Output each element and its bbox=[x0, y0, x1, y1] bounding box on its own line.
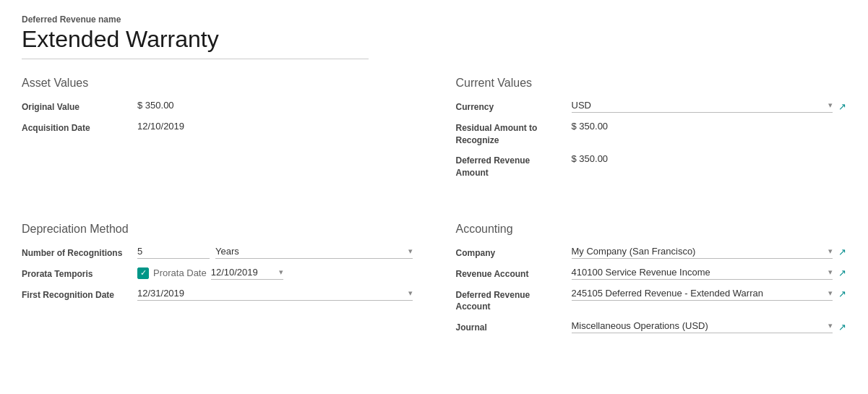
revenue-account-dropdown-icon: ▾ bbox=[828, 267, 833, 277]
asset-values-title: Asset Values bbox=[22, 77, 413, 90]
company-external-link-icon[interactable]: ↗ bbox=[838, 247, 846, 257]
company-value: My Company (San Francisco) bbox=[572, 246, 826, 257]
currency-select[interactable]: USD ▾ bbox=[572, 100, 833, 113]
prorata-checkbox[interactable]: ✓ bbox=[137, 267, 149, 279]
acquisition-date: 12/10/2019 bbox=[137, 121, 413, 132]
deferred-revenue-account-external-link-icon[interactable]: ↗ bbox=[838, 288, 846, 299]
prorata-row: Prorata Temporis ✓ Prorata Date 12/10/20… bbox=[22, 267, 413, 280]
accounting-title: Accounting bbox=[456, 223, 847, 236]
journal-dropdown-icon: ▾ bbox=[828, 321, 833, 330]
original-value: $ 350.00 bbox=[137, 100, 413, 111]
deferred-revenue-account-label: Deferred Revenue Account bbox=[456, 288, 572, 314]
revenue-account-label: Revenue Account bbox=[456, 267, 572, 280]
current-values-title: Current Values bbox=[456, 77, 847, 90]
company-dropdown-icon: ▾ bbox=[828, 247, 833, 256]
acquisition-date-label: Acquisition Date bbox=[22, 121, 137, 134]
company-row: Company My Company (San Francisco) ▾ ↗ bbox=[456, 246, 847, 260]
depreciation-title: Depreciation Method bbox=[22, 223, 413, 236]
company-label: Company bbox=[456, 246, 572, 260]
years-select[interactable]: Years ▾ bbox=[215, 246, 413, 259]
currency-dropdown-icon: ▾ bbox=[828, 100, 833, 110]
years-dropdown-icon: ▾ bbox=[408, 247, 413, 256]
deferred-revenue-account-row: Deferred Revenue Account 245105 Deferred… bbox=[456, 288, 847, 314]
deferred-revenue-row: Deferred Revenue Amount $ 350.00 bbox=[456, 153, 847, 179]
first-recognition-date-select[interactable]: 12/31/2019 ▾ bbox=[137, 288, 413, 301]
journal-label: Journal bbox=[456, 320, 572, 334]
title-divider bbox=[22, 59, 369, 59]
revenue-account-select[interactable]: 410100 Service Revenue Income ▾ bbox=[572, 267, 833, 280]
prorata-date-dropdown-icon: ▾ bbox=[279, 267, 283, 277]
current-values-section: Current Values Currency USD ▾ ↗ Residual… bbox=[456, 77, 847, 194]
revenue-account-external-link-icon[interactable]: ↗ bbox=[838, 267, 846, 278]
recognitions-input[interactable] bbox=[137, 246, 210, 259]
residual-label: Residual Amount to Recognize bbox=[456, 121, 572, 147]
accounting-section: Accounting Company My Company (San Franc… bbox=[456, 215, 847, 341]
original-value-label: Original Value bbox=[22, 100, 137, 114]
journal-external-link-icon[interactable]: ↗ bbox=[838, 322, 846, 333]
revenue-account-value: 410100 Service Revenue Income bbox=[572, 267, 826, 278]
prorata-date-select[interactable]: 12/10/2019 ▾ bbox=[211, 267, 283, 280]
prorata-date-value: 12/10/2019 bbox=[211, 267, 279, 278]
deferred-revenue-label: Deferred Revenue Amount bbox=[456, 153, 572, 179]
page-label: Deferred Revenue name bbox=[22, 14, 846, 25]
recognitions-label: Number of Recognitions bbox=[22, 246, 137, 260]
company-select[interactable]: My Company (San Francisco) ▾ bbox=[572, 246, 833, 259]
currency-external-link-icon[interactable]: ↗ bbox=[838, 101, 846, 112]
currency-label: Currency bbox=[456, 100, 572, 114]
prorata-label: Prorata Temporis bbox=[22, 267, 137, 280]
recognitions-row: Number of Recognitions Years ▾ bbox=[22, 246, 413, 260]
currency-value: USD bbox=[572, 100, 826, 111]
asset-values-section: Asset Values Original Value $ 350.00 Acq… bbox=[22, 77, 413, 194]
first-recognition-date-value: 12/31/2019 bbox=[137, 288, 408, 299]
checkmark-icon: ✓ bbox=[140, 268, 147, 278]
currency-row: Currency USD ▾ ↗ bbox=[456, 100, 847, 114]
depreciation-section: Depreciation Method Number of Recognitio… bbox=[22, 215, 413, 341]
journal-select[interactable]: Miscellaneous Operations (USD) ▾ bbox=[572, 320, 833, 333]
acquisition-date-row: Acquisition Date 12/10/2019 bbox=[22, 121, 413, 134]
first-recognition-label: First Recognition Date bbox=[22, 288, 137, 301]
years-value: Years bbox=[215, 246, 408, 257]
deferred-revenue-account-value: 245105 Deferred Revenue - Extended Warra… bbox=[572, 288, 826, 299]
residual-value: $ 350.00 bbox=[572, 121, 847, 132]
deferred-revenue-account-dropdown-icon: ▾ bbox=[828, 288, 833, 298]
page-title: Extended Warranty bbox=[22, 26, 846, 53]
first-recognition-dropdown-icon: ▾ bbox=[408, 288, 413, 298]
journal-value: Miscellaneous Operations (USD) bbox=[572, 320, 826, 331]
prorata-checkbox-label: Prorata Date bbox=[153, 267, 207, 278]
residual-row: Residual Amount to Recognize $ 350.00 bbox=[456, 121, 847, 147]
deferred-revenue-account-select[interactable]: 245105 Deferred Revenue - Extended Warra… bbox=[572, 288, 833, 301]
journal-row: Journal Miscellaneous Operations (USD) ▾… bbox=[456, 320, 847, 334]
first-recognition-row: First Recognition Date 12/31/2019 ▾ bbox=[22, 288, 413, 301]
deferred-revenue-value: $ 350.00 bbox=[572, 153, 847, 164]
original-value-row: Original Value $ 350.00 bbox=[22, 100, 413, 114]
revenue-account-row: Revenue Account 410100 Service Revenue I… bbox=[456, 267, 847, 280]
